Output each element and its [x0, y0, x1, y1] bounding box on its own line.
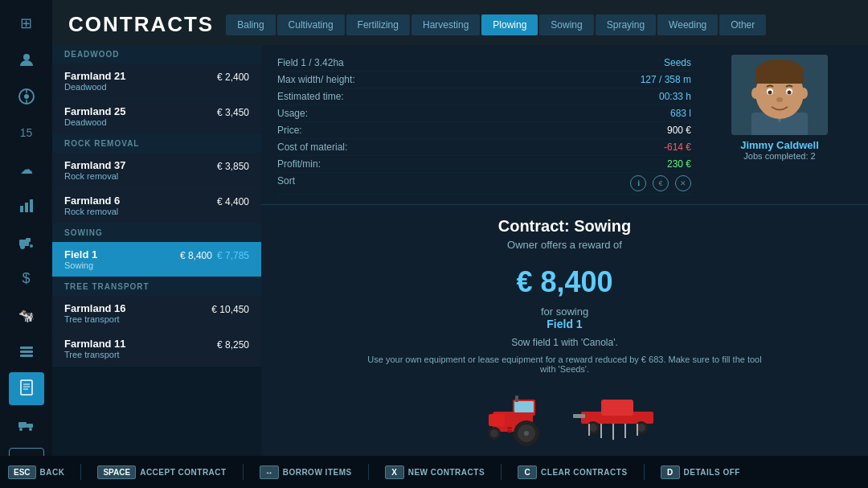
- info-icon[interactable]: ℹ: [630, 175, 646, 191]
- farmer-panel: Jimmy Caldwell Jobs completed: 2: [707, 55, 852, 195]
- contract-item-name: Farmland 16: [64, 302, 126, 314]
- svg-rect-6: [25, 203, 28, 212]
- contract-item[interactable]: Farmland 37Rock removal€ 3,850: [52, 153, 261, 188]
- bottom-label: BORROW ITEMS: [283, 468, 352, 477]
- sidebar-icon-animal[interactable]: 🐄: [9, 299, 44, 332]
- svg-rect-13: [20, 351, 33, 353]
- stat-label: Field 1 / 3.42ha: [277, 57, 344, 68]
- stat-label: Sort: [277, 175, 295, 191]
- bottom-action-clear-contracts[interactable]: CCLEAR CONTRACTS: [518, 465, 628, 479]
- bottom-key: SPACE: [97, 465, 136, 479]
- sidebar-icon-weather[interactable]: ☁: [9, 153, 44, 186]
- tab-plowing[interactable]: Plowing: [481, 14, 538, 35]
- divider: [501, 464, 502, 480]
- stat-value: 230 €: [667, 158, 691, 170]
- contract-item-price: € 8,400€ 7,785: [180, 250, 249, 261]
- stat-label: Usage:: [277, 108, 308, 119]
- svg-point-22: [29, 428, 32, 431]
- sidebar-icon-tractor[interactable]: [9, 226, 44, 259]
- svg-point-33: [776, 97, 783, 102]
- sidebar-icon-money[interactable]: $: [9, 262, 44, 295]
- bottom-label: BACK: [40, 468, 65, 477]
- bottom-action-new-contracts[interactable]: XNEW CONTRACTS: [385, 465, 485, 479]
- svg-rect-59: [573, 414, 585, 418]
- contract-item[interactable]: Farmland 21Deadwood€ 2,400: [52, 64, 261, 99]
- coin-icon[interactable]: €: [653, 175, 669, 191]
- sidebar-icon-profile[interactable]: [9, 43, 44, 76]
- contract-item[interactable]: Farmland 25Deadwood€ 3,450: [52, 99, 261, 134]
- bottom-action-accept-contract[interactable]: SPACEACCEPT CONTRACT: [97, 465, 226, 479]
- farmer-name: Jimmy Caldwell: [740, 139, 819, 151]
- contract-item[interactable]: Farmland 11Tree transport€ 8,250: [52, 331, 261, 367]
- svg-point-2: [24, 94, 29, 99]
- svg-rect-12: [20, 347, 33, 349]
- stat-row: Profit/min:230 €: [277, 156, 691, 173]
- stat-label: Profit/min:: [277, 158, 321, 170]
- bottom-key: ↔: [260, 465, 279, 479]
- tab-cultivating[interactable]: Cultivating: [277, 14, 345, 35]
- contract-desc2: Use your own equipment or lease equipmen…: [364, 355, 766, 374]
- contract-item-subtitle: Tree transport: [64, 314, 126, 324]
- contract-title: Contract: Sowing: [498, 217, 632, 236]
- detail-top: Field 1 / 3.42haSeedsMax width/ height:1…: [261, 45, 868, 205]
- tab-weeding[interactable]: Weeding: [657, 14, 718, 35]
- svg-point-0: [23, 54, 30, 60]
- tractor-image: [469, 392, 557, 448]
- sidebar-icon-list[interactable]: [9, 335, 44, 368]
- contract-item-name: Farmland 25: [64, 105, 126, 117]
- tab-sowing[interactable]: Sowing: [539, 14, 593, 35]
- sort-icons: ℹ € ✕: [630, 175, 691, 191]
- sidebar: ⊞ 15 ☁ $ 🐄 E: [0, 0, 52, 488]
- equipment-row: [469, 392, 661, 448]
- svg-rect-38: [514, 401, 534, 412]
- sidebar-icon-map[interactable]: ⊞: [9, 6, 44, 39]
- sidebar-icon-chart[interactable]: [9, 189, 44, 222]
- stat-row: Cost of material:-614 €: [277, 139, 691, 156]
- svg-rect-39: [515, 396, 518, 402]
- contract-item-price: € 3,850: [217, 161, 249, 172]
- sidebar-icon-calendar[interactable]: 15: [9, 116, 44, 149]
- bottom-label: NEW CONTRACTS: [408, 468, 485, 477]
- tab-bar: BalingCultivatingFertilizingHarvestingPl…: [226, 14, 766, 35]
- sidebar-icon-steering[interactable]: [9, 80, 44, 113]
- stat-row: Price:900 €: [277, 122, 691, 139]
- svg-rect-28: [755, 71, 804, 84]
- contract-item-price: € 10,450: [211, 304, 249, 315]
- contract-item[interactable]: Farmland 6Rock removal€ 4,400: [52, 188, 261, 223]
- divider: [644, 464, 645, 480]
- cancel-icon[interactable]: ✕: [675, 175, 691, 191]
- svg-point-9: [20, 244, 25, 249]
- contract-item[interactable]: Farmland 16Tree transport€ 10,450: [52, 296, 261, 331]
- stat-value: 900 €: [667, 125, 691, 136]
- stat-value[interactable]: ℹ € ✕: [630, 175, 691, 191]
- contract-reward: € 8,400: [516, 265, 612, 299]
- bottom-key: ESC: [8, 465, 36, 479]
- bottom-key: D: [661, 465, 680, 479]
- bottom-action-borrow-items[interactable]: ↔BORROW ITEMS: [260, 465, 352, 479]
- tab-harvesting[interactable]: Harvesting: [411, 14, 480, 35]
- svg-rect-5: [20, 206, 23, 212]
- tab-baling[interactable]: Baling: [226, 14, 275, 35]
- stat-value: 00:33 h: [659, 91, 691, 102]
- svg-point-52: [589, 424, 597, 432]
- bottom-action-back[interactable]: ESCBACK: [8, 465, 64, 479]
- svg-rect-20: [27, 424, 33, 428]
- category-deadwood: DEADWOOD: [52, 45, 261, 64]
- stat-label: Max width/ height:: [277, 74, 355, 85]
- contract-item-name: Farmland 6: [64, 195, 120, 207]
- sidebar-icon-contracts[interactable]: [9, 372, 44, 405]
- tab-other[interactable]: Other: [719, 14, 766, 35]
- bottom-action-details-off[interactable]: DDETAILS OFF: [661, 465, 740, 479]
- tab-spraying[interactable]: Spraying: [596, 14, 656, 35]
- svg-rect-47: [507, 430, 512, 433]
- sidebar-icon-transport[interactable]: [9, 408, 44, 441]
- svg-rect-7: [30, 199, 33, 212]
- svg-rect-15: [21, 380, 32, 395]
- contract-field: Field 1: [547, 318, 582, 330]
- tab-fertilizing[interactable]: Fertilizing: [346, 14, 410, 35]
- contract-item[interactable]: Field 1Sowing€ 8,400€ 7,785: [52, 242, 261, 277]
- page-title: CONTRACTS: [68, 12, 214, 37]
- bottom-bar: ESCBACKSPACEACCEPT CONTRACT↔BORROW ITEMS…: [0, 456, 868, 488]
- svg-rect-46: [507, 427, 512, 429]
- bottom-key: X: [385, 465, 404, 479]
